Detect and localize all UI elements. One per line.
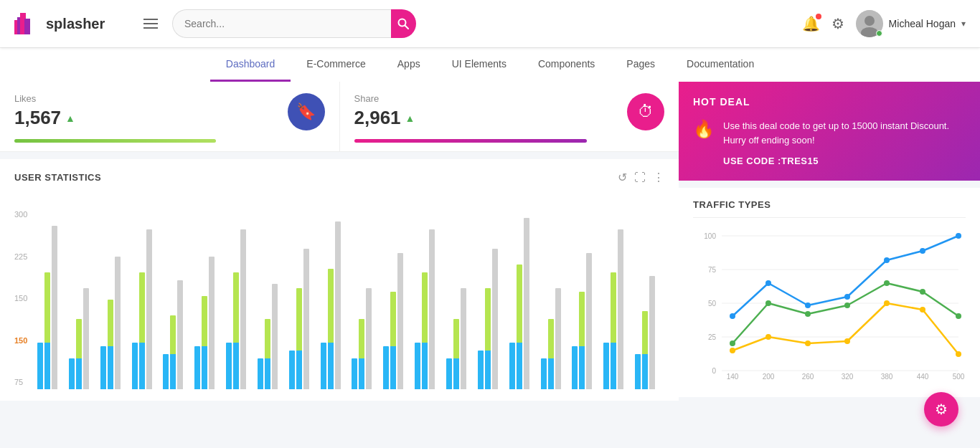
nav-item-documentation[interactable]: Documentation	[671, 48, 770, 82]
hot-deal-card: HOT DEAL 🔥 Use this deal code to get up …	[679, 82, 980, 181]
search-area	[172, 9, 416, 38]
svg-point-33	[730, 340, 735, 346]
svg-point-7	[864, 16, 875, 26]
y-label-225: 225	[14, 252, 33, 261]
hot-deal-code: USE CODE :TRES15	[723, 156, 966, 166]
stat-value-row-share: 2,961 ▲	[354, 107, 415, 129]
user-statistics-section: USER STATISTICS ↺ ⛶ ⋮ 300 225 150 150 75	[0, 159, 679, 401]
bar-stack-6	[233, 272, 239, 389]
bar-group-0	[37, 210, 67, 389]
bar-group-9	[321, 210, 350, 389]
bar-chart-bars	[37, 210, 664, 389]
svg-point-27	[765, 280, 771, 286]
settings-icon[interactable]: ⚙	[831, 15, 844, 32]
y-axis: 300 225 150 150 75	[14, 210, 37, 389]
notification-icon[interactable]: 🔔	[802, 15, 820, 32]
stat-value-row-likes: 1,567 ▲	[14, 107, 75, 129]
bar-group-18	[603, 210, 633, 389]
bar-blue-13	[446, 358, 452, 389]
bar-stack-14	[485, 288, 491, 389]
bar-group-7	[258, 210, 287, 389]
bar-blue-12	[415, 343, 420, 389]
bar-group-13	[446, 210, 476, 389]
hamburger-menu[interactable]	[143, 19, 158, 29]
svg-text:75: 75	[708, 266, 717, 274]
svg-point-46	[956, 351, 961, 357]
stat-value-likes: 1,567	[14, 107, 61, 129]
bar-blue-0	[37, 343, 43, 389]
svg-point-32	[956, 233, 961, 239]
bar-blue-11	[383, 346, 389, 389]
bar-gray-16	[555, 288, 561, 389]
bar-stack-15	[517, 264, 522, 389]
bar-blue-19	[635, 354, 641, 389]
bar-group-4	[163, 210, 192, 389]
svg-point-34	[765, 300, 771, 306]
more-icon[interactable]: ⋮	[653, 171, 664, 184]
nav-item-dashboard[interactable]: Dashboard	[210, 48, 291, 82]
bar-gray-2	[115, 257, 121, 389]
nav-item-components[interactable]: Components	[522, 48, 611, 82]
bar-gray-4	[177, 280, 183, 389]
bar-stack-16	[548, 319, 554, 389]
chevron-down-icon: ▾	[961, 19, 966, 29]
search-icon	[397, 18, 409, 29]
hot-deal-title: HOT DEAL	[693, 96, 966, 108]
user-stats-title: USER STATISTICS	[14, 172, 101, 183]
svg-point-37	[884, 280, 890, 286]
stat-icon-share: ⏱	[627, 93, 664, 130]
bar-gray-5	[209, 257, 215, 389]
bar-gray-11	[397, 253, 403, 389]
section-actions: ↺ ⛶ ⋮	[618, 171, 664, 184]
bar-chart: 300 225 150 150 75	[14, 196, 664, 389]
bar-blue-9	[321, 343, 326, 389]
bar-blue-6	[226, 343, 232, 389]
logo-text: splasher	[46, 16, 105, 32]
bar-stack-1	[76, 319, 82, 389]
svg-text:50: 50	[708, 300, 717, 308]
bar-gray-19	[649, 276, 655, 389]
notification-dot	[816, 14, 821, 19]
nav-item-apps[interactable]: Apps	[382, 48, 436, 82]
bar-stack-7	[265, 319, 270, 389]
bar-gray-8	[303, 249, 309, 389]
user-profile[interactable]: Micheal Hogan ▾	[856, 10, 966, 37]
user-name: Micheal Hogan	[889, 18, 956, 29]
bar-gray-1	[83, 288, 89, 389]
bar-group-14	[478, 210, 507, 389]
search-button[interactable]	[391, 9, 416, 38]
bar-blue-17	[572, 346, 578, 389]
nav-item-ecommerce[interactable]: E-Commerce	[291, 48, 381, 82]
bar-stack-10	[359, 319, 364, 389]
search-input[interactable]	[172, 9, 391, 38]
bar-gray-6	[240, 229, 246, 389]
stat-card-share: Share 2,961 ▲ ⏱	[340, 82, 679, 151]
bar-group-17	[572, 210, 601, 389]
nav-item-ui-elements[interactable]: UI Elements	[436, 48, 522, 82]
svg-text:0: 0	[712, 367, 716, 375]
nav-item-pages[interactable]: Pages	[611, 48, 671, 82]
expand-icon[interactable]: ⛶	[634, 171, 646, 184]
bar-gray-10	[366, 288, 372, 389]
y-label-0: 75	[14, 378, 33, 386]
stat-header-likes: Likes 1,567 ▲ 🔖	[14, 93, 325, 130]
right-panel: HOT DEAL 🔥 Use this deal code to get up …	[679, 82, 980, 401]
bar-group-11	[383, 210, 413, 389]
bar-blue-15	[509, 343, 515, 389]
svg-point-41	[765, 334, 771, 340]
bar-gray-14	[492, 249, 498, 389]
svg-point-31	[920, 248, 925, 254]
stats-row: Likes 1,567 ▲ 🔖 Share 2,96	[0, 82, 679, 152]
nav-bar: Dashboard E-Commerce Apps UI Elements Co…	[0, 47, 980, 82]
svg-point-36	[844, 302, 850, 308]
svg-point-35	[805, 311, 811, 317]
refresh-icon[interactable]: ↺	[618, 171, 627, 184]
bar-gray-18	[618, 229, 623, 389]
svg-text:380: 380	[881, 373, 893, 381]
hot-deal-body: 🔥 Use this deal code to get up to 15000 …	[693, 119, 966, 166]
bar-group-8	[289, 210, 319, 389]
svg-text:260: 260	[802, 373, 814, 381]
y-label-75: 150	[14, 336, 33, 345]
stat-value-share: 2,961	[354, 107, 401, 129]
svg-point-42	[805, 340, 811, 346]
